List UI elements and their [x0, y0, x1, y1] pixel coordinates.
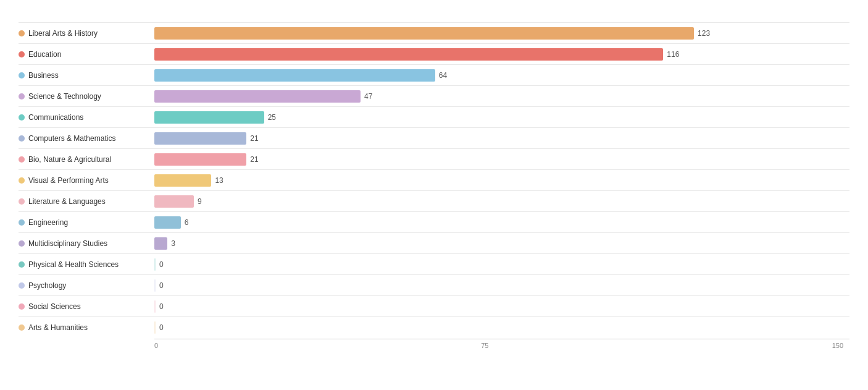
x-tick: 150	[832, 342, 849, 349]
bar-value: 0	[159, 260, 164, 269]
bar-row: Education116	[19, 43, 849, 64]
bar-container: 0	[154, 300, 849, 313]
bar	[154, 153, 246, 166]
bar-container: 0	[154, 258, 849, 271]
bar	[154, 111, 264, 124]
label-dot	[19, 114, 25, 121]
bar-label-text: Engineering	[28, 218, 68, 227]
bar-label-text: Science & Technology	[28, 92, 101, 101]
bar-label: Business	[19, 71, 154, 80]
bar-container: 9	[154, 195, 849, 208]
bar-label-text: Literature & Languages	[28, 197, 106, 206]
bar-value: 0	[159, 281, 164, 290]
bar-label-text: Computers & Mathematics	[28, 134, 115, 143]
bar-container: 0	[154, 321, 849, 334]
bar-container: 123	[154, 27, 849, 40]
bar-label-text: Liberal Arts & History	[28, 29, 98, 38]
label-dot	[19, 261, 25, 268]
label-dot	[19, 282, 25, 289]
bar-label-text: Business	[28, 71, 59, 80]
bar-label-text: Physical & Health Sciences	[28, 260, 119, 269]
bar	[154, 195, 194, 208]
bar-value: 123	[698, 29, 710, 38]
bar-container: 47	[154, 90, 849, 103]
bar-label: Liberal Arts & History	[19, 29, 154, 38]
bar-row: Business64	[19, 64, 849, 85]
bar	[154, 321, 156, 334]
chart-wrapper: Liberal Arts & History123Education116Bus…	[19, 12, 849, 349]
x-tick: 0	[154, 342, 158, 349]
bar-label-text: Communications	[28, 113, 83, 122]
bar-label-text: Arts & Humanities	[28, 323, 88, 332]
bar-label: Computers & Mathematics	[19, 134, 154, 143]
bar-label: Bio, Nature & Agricultural	[19, 155, 154, 164]
bar	[154, 258, 156, 271]
bar-value: 116	[667, 50, 679, 59]
bar-value: 9	[198, 197, 202, 206]
bar-value: 6	[185, 218, 189, 227]
bar-label-text: Bio, Nature & Agricultural	[28, 155, 111, 164]
bar-label: Communications	[19, 113, 154, 122]
bar-label: Visual & Performing Arts	[19, 176, 154, 185]
bar-label-text: Visual & Performing Arts	[28, 176, 109, 185]
bar-value: 0	[159, 302, 164, 311]
bar	[154, 174, 211, 187]
bar	[154, 132, 246, 145]
bar	[154, 90, 361, 103]
bar-row: Bio, Nature & Agricultural21	[19, 148, 849, 169]
bar-label: Science & Technology	[19, 92, 154, 101]
bar-value: 64	[439, 71, 447, 80]
bar-container: 3	[154, 237, 849, 250]
bar-value: 47	[364, 92, 372, 101]
bar-row: Computers & Mathematics21	[19, 127, 849, 148]
label-dot	[19, 30, 25, 36]
bar-value: 21	[250, 155, 258, 164]
label-dot	[19, 303, 25, 310]
bar-value: 21	[250, 134, 258, 143]
bar	[154, 279, 156, 292]
bar-container: 6	[154, 216, 849, 229]
bar-container: 25	[154, 111, 849, 124]
bar-container: 64	[154, 69, 849, 82]
bar-row: Arts & Humanities0	[19, 316, 849, 337]
bar-label-text: Social Sciences	[28, 302, 81, 311]
bar-label: Psychology	[19, 281, 154, 290]
bar-row: Communications25	[19, 106, 849, 127]
label-dot	[19, 51, 25, 57]
chart-area: Liberal Arts & History123Education116Bus…	[19, 22, 849, 337]
bar-row: Psychology0	[19, 274, 849, 295]
bar-label: Multidisciplinary Studies	[19, 239, 154, 248]
bar-row: Visual & Performing Arts13	[19, 169, 849, 190]
label-dot	[19, 93, 25, 100]
bar-label: Education	[19, 50, 154, 59]
bar-label: Engineering	[19, 218, 154, 227]
bar-label: Physical & Health Sciences	[19, 260, 154, 269]
bar	[154, 216, 181, 229]
x-tick: 75	[481, 342, 488, 349]
bar-row: Science & Technology47	[19, 85, 849, 106]
bar-value: 25	[268, 113, 276, 122]
label-dot	[19, 135, 25, 142]
bar-value: 13	[215, 176, 223, 185]
bar-label-text: Multidisciplinary Studies	[28, 239, 107, 248]
bar-row: Liberal Arts & History123	[19, 22, 849, 43]
bar-label-text: Education	[28, 50, 61, 59]
label-dot	[19, 198, 25, 205]
label-dot	[19, 240, 25, 247]
bar-row: Social Sciences0	[19, 295, 849, 316]
bar-container: 13	[154, 174, 849, 187]
label-dot	[19, 156, 25, 163]
bar	[154, 69, 435, 82]
label-dot	[19, 177, 25, 184]
bar-row: Engineering6	[19, 211, 849, 232]
label-dot	[19, 219, 25, 226]
bar-row: Literature & Languages9	[19, 190, 849, 211]
bar-label: Arts & Humanities	[19, 323, 154, 332]
label-dot	[19, 324, 25, 331]
bar	[154, 48, 663, 61]
bar-value: 3	[171, 239, 175, 248]
bar-label: Social Sciences	[19, 302, 154, 311]
bar-container: 21	[154, 153, 849, 166]
bar	[154, 300, 156, 313]
bar-container: 0	[154, 279, 849, 292]
